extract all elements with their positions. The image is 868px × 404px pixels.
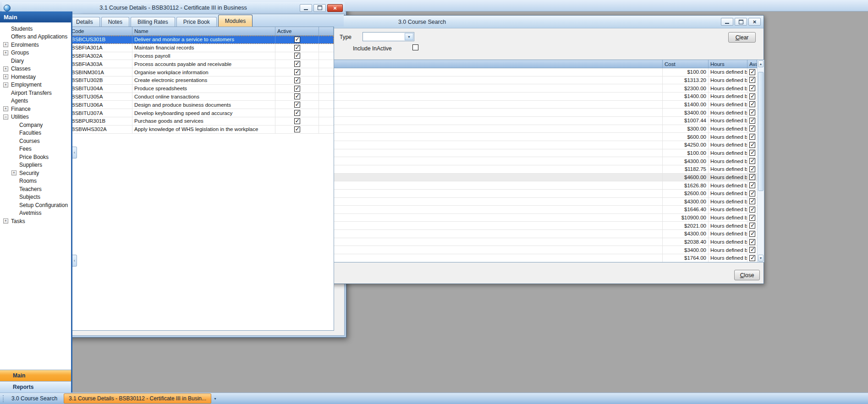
available-checkbox[interactable]	[749, 77, 755, 83]
module-row[interactable]: BSBPUR301B Purchase goods and services	[70, 117, 334, 126]
sidebar-tree-item[interactable]: Utilities	[0, 113, 71, 121]
module-row[interactable]: BSBFIA302A Process payroll	[70, 52, 334, 60]
sidebar-tree-item[interactable]: Tasks	[0, 217, 71, 225]
tab[interactable]: Notes	[101, 17, 129, 27]
scroll-up-icon[interactable]	[758, 60, 764, 67]
include-inactive-checkbox[interactable]	[412, 44, 418, 50]
tab[interactable]: Billing Rates	[131, 17, 175, 27]
tree-expand-icon[interactable]	[3, 42, 8, 47]
available-checkbox[interactable]	[749, 198, 755, 204]
available-checkbox[interactable]	[749, 215, 755, 221]
active-checkbox[interactable]	[294, 53, 300, 59]
sidebar-nav-button[interactable]: Main	[0, 370, 71, 381]
sidebar-tree-item[interactable]: Subjects	[0, 193, 71, 202]
sidebar-tree-item[interactable]: Offers and Applications	[0, 33, 71, 41]
sidebar-tree-item[interactable]: Employment	[0, 81, 71, 89]
sidebar-tree-item[interactable]: Faculties	[0, 129, 71, 137]
sidebar-tree-item[interactable]: Airport Transfers	[0, 89, 71, 97]
tree-expand-icon[interactable]	[3, 50, 8, 55]
taskbar-window-item[interactable]: 3.1 Course Details - BSB30112 - Certific…	[64, 393, 211, 404]
available-checkbox[interactable]	[749, 166, 755, 172]
active-checkbox[interactable]	[294, 77, 300, 83]
sidebar-tree-item[interactable]: Students	[0, 25, 71, 33]
tree-expand-icon[interactable]	[11, 170, 16, 175]
sidebar-tree-item[interactable]: Diary	[0, 57, 71, 65]
restore-icon[interactable]	[735, 18, 747, 26]
available-checkbox[interactable]	[749, 142, 755, 148]
available-checkbox[interactable]	[749, 118, 755, 124]
available-checkbox[interactable]	[749, 134, 755, 140]
module-row[interactable]: BSBITU304A Produce spreadsheets	[70, 85, 334, 93]
column-header-hours[interactable]: Hours	[709, 60, 747, 68]
module-row[interactable]: BSBITU306A Design and produce business d…	[70, 101, 334, 109]
taskbar-overflow-icon[interactable]	[212, 395, 218, 403]
close-button[interactable]: Close	[734, 270, 760, 280]
available-checkbox[interactable]	[749, 182, 755, 188]
sidebar-tree-item[interactable]: Groups	[0, 49, 71, 57]
sidebar-tree-item[interactable]: Finance	[0, 105, 71, 113]
tree-expand-icon[interactable]	[3, 74, 8, 79]
sidebar-tree-item[interactable]: Homestay	[0, 73, 71, 81]
available-checkbox[interactable]	[749, 231, 755, 237]
sidebar-tree-item[interactable]: Suppliers	[0, 161, 71, 169]
sidebar-tree-item[interactable]: Price Books	[0, 153, 71, 161]
available-checkbox[interactable]	[749, 255, 755, 261]
available-checkbox[interactable]	[749, 174, 755, 180]
available-checkbox[interactable]	[749, 150, 755, 156]
sidebar-collapse-handle[interactable]	[72, 255, 77, 267]
sidebar-tree-item[interactable]: Enrolments	[0, 41, 71, 49]
type-dropdown[interactable]	[363, 32, 414, 41]
active-checkbox[interactable]	[294, 110, 300, 116]
available-checkbox[interactable]	[749, 207, 755, 213]
scroll-down-icon[interactable]	[758, 255, 764, 262]
sidebar-tree-item[interactable]: Rooms	[0, 177, 71, 186]
restore-icon[interactable]	[313, 4, 326, 12]
taskbar-grip-icon[interactable]	[3, 395, 4, 402]
sidebar-tree-item[interactable]: Agents	[0, 97, 71, 105]
sidebar-tree-item[interactable]: Company	[0, 121, 71, 129]
sidebar-collapse-handle[interactable]	[72, 147, 77, 158]
active-checkbox[interactable]	[294, 126, 300, 132]
sidebar-tree-item[interactable]: Classes	[0, 65, 71, 73]
minimize-icon[interactable]	[300, 4, 312, 12]
minimize-icon[interactable]	[721, 18, 733, 26]
sidebar-tree-item[interactable]: Avetmiss	[0, 209, 71, 218]
module-row[interactable]: BSBCUS301B Deliver and monitor a service…	[70, 36, 334, 44]
module-row[interactable]: BSBITU302B Create electronic presentatio…	[70, 76, 334, 85]
available-checkbox[interactable]	[749, 239, 755, 245]
available-checkbox[interactable]	[749, 158, 755, 164]
scrollbar-thumb[interactable]	[758, 72, 764, 191]
column-header-code[interactable]: Code	[70, 27, 132, 35]
tab[interactable]: Details	[69, 17, 100, 27]
available-checkbox[interactable]	[749, 191, 755, 197]
sidebar-tree-item[interactable]: Setup Configuration	[0, 201, 71, 209]
active-checkbox[interactable]	[294, 37, 300, 43]
tree-expand-icon[interactable]	[3, 218, 8, 224]
module-row[interactable]: BSBINM301A Organise workplace informatio…	[70, 68, 334, 76]
clear-button[interactable]: Clear	[728, 32, 756, 43]
sidebar-tree-item[interactable]: Fees	[0, 145, 71, 153]
sidebar-nav-button[interactable]: Reports	[0, 381, 71, 393]
sidebar-tree-item[interactable]: Courses	[0, 137, 71, 145]
module-row[interactable]: BSBITU307A Develop keyboarding speed and…	[70, 109, 334, 117]
available-checkbox[interactable]	[749, 247, 755, 253]
tree-expand-icon[interactable]	[3, 106, 8, 111]
tab[interactable]: Modules	[218, 15, 253, 27]
available-checkbox[interactable]	[749, 69, 755, 75]
available-checkbox[interactable]	[749, 223, 755, 229]
tree-expand-icon[interactable]	[3, 115, 8, 120]
module-row[interactable]: BSBWHS302A Apply knowledge of WHS legisl…	[70, 126, 334, 134]
tree-expand-icon[interactable]	[3, 82, 8, 87]
available-checkbox[interactable]	[749, 109, 755, 115]
column-header-name[interactable]: Name	[132, 27, 275, 35]
module-row[interactable]: BSBFIA303A Process accounts payable and …	[70, 60, 334, 68]
sidebar-tree-item[interactable]: Security	[0, 169, 71, 177]
close-icon[interactable]	[327, 4, 343, 12]
available-checkbox[interactable]	[749, 93, 755, 99]
taskbar-window-item[interactable]: 3.0 Course Search	[7, 394, 62, 403]
active-checkbox[interactable]	[294, 45, 300, 51]
close-icon[interactable]	[748, 18, 761, 26]
module-row[interactable]: BSBFIA301A Maintain financial records	[70, 44, 334, 52]
active-checkbox[interactable]	[294, 102, 300, 108]
sidebar-tree-item[interactable]: Teachers	[0, 185, 71, 193]
